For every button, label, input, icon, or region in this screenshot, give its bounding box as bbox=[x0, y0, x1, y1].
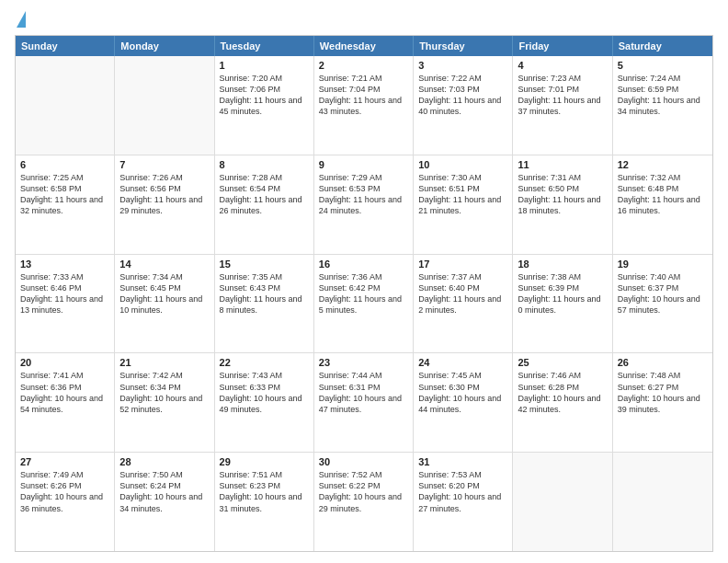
day-number: 15 bbox=[220, 259, 309, 270]
cell-info: Sunrise: 7:43 AM bbox=[220, 370, 309, 381]
calendar-cell bbox=[613, 453, 712, 551]
cell-info: Daylight: 11 hours and 40 minutes. bbox=[418, 95, 507, 117]
cell-info: Daylight: 10 hours and 54 minutes. bbox=[20, 393, 109, 415]
calendar-cell: 11Sunrise: 7:31 AMSunset: 6:50 PMDayligh… bbox=[513, 155, 612, 254]
day-number: 28 bbox=[119, 456, 209, 467]
calendar: SundayMondayTuesdayWednesdayThursdayFrid… bbox=[15, 35, 713, 552]
cell-info: Sunset: 6:20 PM bbox=[418, 480, 507, 491]
cell-info: Daylight: 11 hours and 13 minutes. bbox=[20, 293, 109, 316]
calendar-cell: 10Sunrise: 7:30 AMSunset: 6:51 PMDayligh… bbox=[414, 155, 513, 254]
cell-info: Daylight: 11 hours and 26 minutes. bbox=[220, 194, 309, 216]
cell-info: Sunrise: 7:44 AM bbox=[319, 370, 408, 381]
cell-info: Sunset: 7:04 PM bbox=[319, 84, 408, 95]
cell-info: Sunset: 6:46 PM bbox=[20, 282, 109, 293]
cell-info: Sunset: 6:45 PM bbox=[119, 282, 209, 293]
cell-info: Sunrise: 7:52 AM bbox=[319, 469, 408, 480]
cell-info: Daylight: 10 hours and 31 minutes. bbox=[220, 491, 309, 513]
cell-info: Sunset: 6:59 PM bbox=[618, 84, 708, 95]
cell-info: Sunrise: 7:32 AM bbox=[618, 172, 708, 183]
logo bbox=[15, 11, 26, 28]
calendar-cell: 7Sunrise: 7:26 AMSunset: 6:56 PMDaylight… bbox=[115, 155, 214, 254]
cell-info: Daylight: 11 hours and 18 minutes. bbox=[518, 194, 607, 216]
day-number: 25 bbox=[518, 357, 607, 368]
cell-info: Sunrise: 7:37 AM bbox=[418, 271, 507, 282]
calendar-cell: 26Sunrise: 7:48 AMSunset: 6:27 PMDayligh… bbox=[613, 353, 712, 452]
calendar-cell: 21Sunrise: 7:42 AMSunset: 6:34 PMDayligh… bbox=[115, 353, 214, 452]
cell-info: Sunset: 6:23 PM bbox=[220, 480, 309, 491]
cell-info: Sunrise: 7:50 AM bbox=[119, 469, 209, 480]
page: SundayMondayTuesdayWednesdayThursdayFrid… bbox=[0, 0, 728, 563]
cell-info: Sunset: 6:24 PM bbox=[119, 480, 209, 491]
calendar-cell: 28Sunrise: 7:50 AMSunset: 6:24 PMDayligh… bbox=[115, 453, 214, 551]
day-number: 21 bbox=[119, 357, 209, 368]
header-day-sunday: Sunday bbox=[16, 36, 115, 56]
cell-info: Daylight: 10 hours and 39 minutes. bbox=[618, 393, 708, 415]
calendar-week-1: 1Sunrise: 7:20 AMSunset: 7:06 PMDaylight… bbox=[16, 56, 712, 155]
calendar-cell bbox=[115, 56, 214, 155]
cell-info: Sunset: 6:31 PM bbox=[319, 382, 408, 393]
logo-line1 bbox=[15, 11, 26, 28]
header-day-saturday: Saturday bbox=[613, 36, 712, 56]
calendar-cell: 15Sunrise: 7:35 AMSunset: 6:43 PMDayligh… bbox=[215, 255, 314, 353]
cell-info: Sunrise: 7:51 AM bbox=[220, 469, 309, 480]
cell-info: Daylight: 10 hours and 36 minutes. bbox=[20, 491, 109, 513]
cell-info: Daylight: 11 hours and 29 minutes. bbox=[119, 194, 209, 216]
calendar-cell: 13Sunrise: 7:33 AMSunset: 6:46 PMDayligh… bbox=[16, 255, 115, 353]
cell-info: Sunset: 6:34 PM bbox=[119, 382, 209, 393]
cell-info: Daylight: 11 hours and 43 minutes. bbox=[319, 95, 408, 117]
cell-info: Daylight: 10 hours and 42 minutes. bbox=[518, 393, 607, 415]
cell-info: Daylight: 11 hours and 0 minutes. bbox=[518, 293, 607, 316]
day-number: 4 bbox=[518, 60, 607, 71]
cell-info: Daylight: 10 hours and 47 minutes. bbox=[319, 393, 408, 415]
day-number: 24 bbox=[418, 357, 507, 368]
cell-info: Sunset: 6:40 PM bbox=[418, 282, 507, 293]
cell-info: Sunrise: 7:24 AM bbox=[618, 73, 708, 84]
calendar-week-4: 20Sunrise: 7:41 AMSunset: 6:36 PMDayligh… bbox=[16, 352, 712, 452]
cell-info: Sunset: 6:30 PM bbox=[418, 382, 507, 393]
cell-info: Sunrise: 7:53 AM bbox=[418, 469, 507, 480]
cell-info: Daylight: 11 hours and 24 minutes. bbox=[319, 194, 408, 216]
cell-info: Sunrise: 7:28 AM bbox=[220, 172, 309, 183]
cell-info: Sunrise: 7:41 AM bbox=[20, 370, 109, 381]
day-number: 5 bbox=[618, 60, 708, 71]
cell-info: Daylight: 11 hours and 5 minutes. bbox=[319, 293, 408, 316]
cell-info: Sunrise: 7:38 AM bbox=[518, 271, 607, 282]
header-day-tuesday: Tuesday bbox=[215, 36, 314, 56]
calendar-header: SundayMondayTuesdayWednesdayThursdayFrid… bbox=[16, 36, 712, 56]
calendar-cell: 27Sunrise: 7:49 AMSunset: 6:26 PMDayligh… bbox=[16, 453, 115, 551]
day-number: 31 bbox=[418, 456, 507, 467]
calendar-cell: 20Sunrise: 7:41 AMSunset: 6:36 PMDayligh… bbox=[16, 353, 115, 452]
cell-info: Sunrise: 7:46 AM bbox=[518, 370, 607, 381]
calendar-cell: 4Sunrise: 7:23 AMSunset: 7:01 PMDaylight… bbox=[513, 56, 612, 155]
cell-info: Daylight: 11 hours and 32 minutes. bbox=[20, 194, 109, 216]
cell-info: Sunrise: 7:21 AM bbox=[319, 73, 408, 84]
day-number: 18 bbox=[518, 259, 607, 270]
calendar-cell: 19Sunrise: 7:40 AMSunset: 6:37 PMDayligh… bbox=[613, 255, 712, 353]
day-number: 8 bbox=[220, 159, 309, 170]
day-number: 19 bbox=[618, 259, 708, 270]
calendar-cell: 24Sunrise: 7:45 AMSunset: 6:30 PMDayligh… bbox=[414, 353, 513, 452]
cell-info: Sunrise: 7:20 AM bbox=[220, 73, 309, 84]
cell-info: Daylight: 11 hours and 2 minutes. bbox=[418, 293, 507, 316]
day-number: 6 bbox=[20, 159, 109, 170]
cell-info: Sunset: 6:39 PM bbox=[518, 282, 607, 293]
cell-info: Sunrise: 7:45 AM bbox=[418, 370, 507, 381]
day-number: 12 bbox=[618, 159, 708, 170]
day-number: 20 bbox=[20, 357, 109, 368]
cell-info: Sunset: 7:06 PM bbox=[220, 84, 309, 95]
cell-info: Sunrise: 7:48 AM bbox=[618, 370, 708, 381]
cell-info: Daylight: 11 hours and 37 minutes. bbox=[518, 95, 607, 117]
cell-info: Sunrise: 7:33 AM bbox=[20, 271, 109, 282]
calendar-cell: 30Sunrise: 7:52 AMSunset: 6:22 PMDayligh… bbox=[314, 453, 414, 551]
calendar-week-3: 13Sunrise: 7:33 AMSunset: 6:46 PMDayligh… bbox=[16, 254, 712, 353]
calendar-cell: 23Sunrise: 7:44 AMSunset: 6:31 PMDayligh… bbox=[314, 353, 414, 452]
cell-info: Daylight: 11 hours and 34 minutes. bbox=[618, 95, 708, 117]
cell-info: Sunrise: 7:31 AM bbox=[518, 172, 607, 183]
day-number: 3 bbox=[418, 60, 507, 71]
cell-info: Sunset: 6:27 PM bbox=[618, 382, 708, 393]
day-number: 30 bbox=[319, 456, 408, 467]
day-number: 11 bbox=[518, 159, 607, 170]
calendar-cell: 29Sunrise: 7:51 AMSunset: 6:23 PMDayligh… bbox=[215, 453, 314, 551]
day-number: 10 bbox=[418, 159, 507, 170]
day-number: 17 bbox=[418, 259, 507, 270]
